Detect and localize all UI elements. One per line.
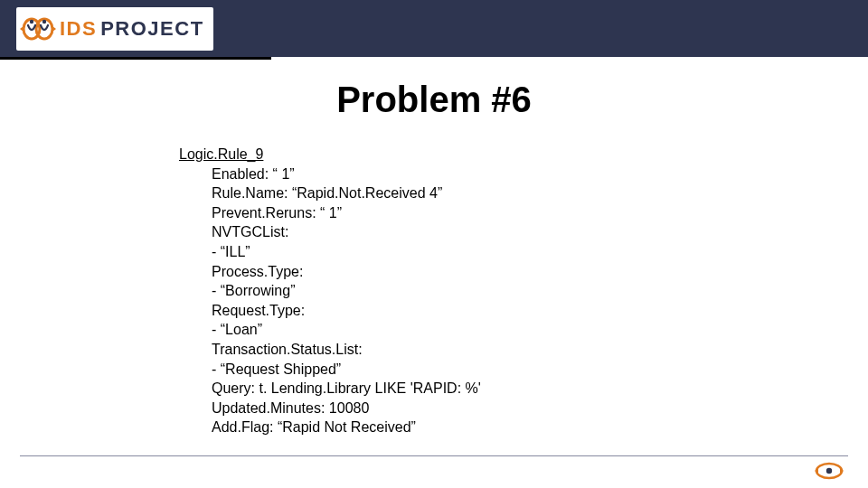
svg-point-2: [30, 20, 33, 23]
brand-logo-text: IDS PROJECT: [60, 17, 204, 41]
rule-prop: Request.Type:: [212, 301, 481, 321]
brand-ids: IDS: [60, 17, 97, 41]
svg-point-3: [42, 20, 46, 23]
rule-prop: Enabled: “ 1”: [212, 164, 481, 184]
rule-prop: NVTGCList:: [212, 222, 481, 242]
rule-prop: - “ILL”: [212, 242, 481, 262]
header-underbar: [0, 57, 271, 60]
rule-prop: - “Borrowing”: [212, 281, 481, 301]
page-title: Problem #6: [0, 80, 868, 120]
rule-prop: Transaction.Status.List:: [212, 340, 481, 360]
rule-prop: - “Loan”: [212, 320, 481, 340]
rule-prop: Process.Type:: [212, 262, 481, 282]
rule-prop: Rule.Name: “Rapid.Not.Received 4”: [212, 183, 481, 203]
svg-marker-5: [52, 26, 56, 32]
rule-header: Logic.Rule_9: [179, 145, 481, 164]
rule-prop: Add.Flag: “Rapid Not Received”: [212, 418, 481, 437]
rule-prop: Updated.Minutes: 10080: [212, 399, 481, 418]
brand-logo: IDS PROJECT: [16, 7, 213, 51]
brand-project: PROJECT: [100, 17, 203, 41]
rule-prop: Query: t. Lending.Library LIKE 'RAPID: %…: [212, 379, 481, 399]
footer-divider: [20, 455, 848, 456]
footer-eye-icon: [814, 461, 844, 481]
svg-point-7: [826, 468, 832, 474]
brand-logo-icon: [16, 11, 60, 47]
rule-properties: Enabled: “ 1” Rule.Name: “Rapid.Not.Rece…: [212, 164, 481, 437]
rule-block: Logic.Rule_9 Enabled: “ 1” Rule.Name: “R…: [179, 145, 481, 437]
rule-prop: Prevent.Reruns: “ 1”: [212, 203, 481, 223]
svg-marker-4: [20, 26, 24, 32]
rule-prop: - “Request Shipped”: [212, 360, 481, 380]
